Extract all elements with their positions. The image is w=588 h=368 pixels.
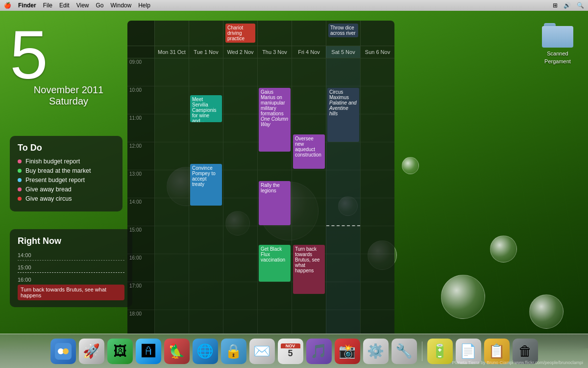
- cal-top-cell-sun: [360, 21, 394, 46]
- dock-image[interactable]: 📸: [335, 339, 360, 364]
- rightnow-widget: Right Now 14:00 15:00 16:00 Turn back to…: [10, 229, 132, 307]
- rightnow-timeline: 14:00 15:00 16:00 Turn back towards Brut…: [18, 252, 124, 300]
- dock-rocket[interactable]: 🚀: [79, 339, 104, 364]
- event-rally[interactable]: Rally the legions: [259, 181, 291, 225]
- day-header-fri: Fri 4 Nov: [292, 46, 326, 58]
- apple-menu[interactable]: 🍎: [4, 2, 11, 9]
- view-menu[interactable]: View: [76, 2, 89, 9]
- todo-title: To Do: [18, 143, 115, 153]
- menubar: 🍎 Finder File Edit View Go Window Help ⊞…: [0, 0, 588, 11]
- event-gaius[interactable]: Gaius Marius on maniupular military form…: [259, 88, 291, 152]
- dock-photos[interactable]: 🖼: [107, 339, 133, 364]
- date-number: 5: [10, 21, 127, 89]
- time-gutter-header: [127, 46, 154, 58]
- todo-dot-red: [18, 197, 22, 201]
- content-area: 5 November 2011 Saturday To Do Finish bu…: [0, 11, 588, 334]
- todo-widget: To Do Finish budget report Buy bread at …: [10, 136, 122, 211]
- event-vaccination[interactable]: Get Black Flux vaccination: [259, 245, 291, 282]
- time-label-1400: 14:00: [18, 252, 124, 258]
- time-slot-1800: 18:00: [127, 310, 154, 334]
- day-header-sun: Sun 6 Nov: [360, 46, 394, 58]
- list-item[interactable]: Present budget report: [18, 177, 115, 184]
- todo-dot-green: [18, 169, 22, 173]
- grid-icon[interactable]: ⊞: [553, 2, 558, 9]
- dock-email[interactable]: ✉️: [249, 339, 275, 364]
- day-header-tue: Tue 1 Nov: [189, 46, 223, 58]
- event-aqueduct[interactable]: Oversee new aqueduct construction: [293, 134, 325, 169]
- current-event[interactable]: Turn back towards Brutus, see what happe…: [18, 285, 124, 300]
- time-slot-1400: 14:00: [127, 198, 154, 226]
- dock-finder[interactable]: 😊: [50, 339, 76, 364]
- day-col-sun: [360, 58, 394, 334]
- dock-globe[interactable]: 🌐: [193, 339, 218, 364]
- event-circus[interactable]: Circus MaximusPalatine and Aventine hill…: [327, 88, 359, 142]
- cal-top-gutter: [127, 21, 154, 46]
- day-col-mon: [154, 58, 189, 334]
- day-header-thu: Thu 3 Nov: [257, 46, 292, 58]
- time-slot-1700: 17:00: [127, 282, 154, 310]
- dock-credit: Planeta Tierra by Bruno Ciampi www.flick…: [452, 360, 583, 365]
- dock-itunes[interactable]: 🎵: [306, 339, 332, 364]
- todo-dot-blue: [18, 178, 22, 182]
- file-menu[interactable]: File: [43, 2, 52, 9]
- go-menu[interactable]: Go: [96, 2, 104, 9]
- todo-item-text: Finish budget report: [25, 158, 80, 165]
- todo-item-text: Present budget report: [25, 177, 85, 184]
- day-col-tue: Meet Servilia Caespionis for wine and...…: [189, 58, 223, 334]
- dock-calendar[interactable]: NOV 5: [278, 339, 303, 364]
- day-header-sat: Sat 5 Nov: [326, 46, 360, 58]
- folder-icon: [542, 23, 573, 49]
- cal-top-cell-wed[interactable]: Chariot driving practice: [223, 21, 257, 46]
- list-item[interactable]: Give away bread: [18, 186, 115, 193]
- cal-top-cell-mon: [154, 21, 189, 46]
- cal-top-cell-sat[interactable]: Throw dice across river: [326, 21, 360, 46]
- day-header-mon: Mon 31 Oct: [154, 46, 189, 58]
- dock-prefs[interactable]: 🔧: [392, 339, 417, 364]
- desktop-icon-folder[interactable]: Scanned Pergament: [542, 23, 573, 64]
- finder-menu[interactable]: Finder: [18, 2, 36, 9]
- folder-body: [542, 26, 573, 48]
- dock-appstore[interactable]: 🅰: [136, 339, 161, 364]
- time-column: 09:00 10:00 11:00 12:00 13:00 14:00 15:0…: [127, 58, 154, 334]
- list-item[interactable]: Buy bread at the market: [18, 167, 115, 174]
- date-day-name: Saturday: [10, 96, 127, 107]
- event-servilia[interactable]: Meet Servilia Caespionis for wine and...: [190, 95, 222, 122]
- time-slot-900: 09:00: [127, 58, 154, 86]
- event-pompey[interactable]: Convince Pompey to accept treaty: [190, 164, 222, 206]
- top-event-dice[interactable]: Throw dice across river: [328, 24, 358, 37]
- day-col-sat: Circus MaximusPalatine and Aventine hill…: [326, 58, 360, 334]
- folder-label-line1: Scanned: [547, 51, 568, 56]
- time-slot-1600: 16:00: [127, 254, 154, 282]
- todo-item-text: Buy bread at the market: [25, 167, 91, 174]
- calendar-body: 09:00 10:00 11:00 12:00 13:00 14:00 15:0…: [127, 58, 394, 334]
- list-item[interactable]: Finish budget report: [18, 158, 115, 165]
- time-slot-1200: 12:00: [127, 142, 154, 170]
- time-slot-1100: 11:00: [127, 114, 154, 142]
- rightnow-title: Right Now: [18, 236, 124, 246]
- todo-dot-pink2: [18, 187, 22, 191]
- time-slot-1000: 10:00: [127, 86, 154, 114]
- help-menu[interactable]: Help: [138, 2, 150, 9]
- folder-label-line2: Pergament: [544, 58, 571, 64]
- list-item[interactable]: Give away circus: [18, 195, 115, 202]
- time-slot-1500: 15:00: [127, 226, 154, 254]
- top-event-chariot[interactable]: Chariot driving practice: [225, 24, 255, 43]
- current-time-divider: [18, 272, 124, 273]
- volume-icon[interactable]: 🔊: [564, 2, 571, 9]
- day-col-fri: Oversee new aqueduct construction Turn b…: [292, 58, 326, 334]
- dock-vpn[interactable]: 🔒: [221, 339, 246, 364]
- dock-battery[interactable]: 🔋: [427, 339, 453, 364]
- time-slot-1300: 13:00: [127, 170, 154, 198]
- event-brutus-fri[interactable]: Turn back towards Brutus, see what happe…: [293, 245, 325, 294]
- todo-item-text: Give away circus: [25, 195, 72, 202]
- time-label-1600: 16:00: [18, 277, 124, 283]
- current-time-indicator: [326, 225, 360, 226]
- edit-menu[interactable]: Edit: [59, 2, 70, 9]
- dock-system[interactable]: ⚙️: [363, 339, 389, 364]
- search-icon[interactable]: 🔍: [577, 2, 584, 9]
- calendar-top-events: Chariot driving practice Throw dice acro…: [127, 21, 394, 46]
- dock-mail-letter[interactable]: 🦜: [164, 339, 190, 364]
- date-widget: 5 November 2011 Saturday: [10, 21, 127, 107]
- window-menu[interactable]: Window: [111, 2, 132, 9]
- menubar-right: ⊞ 🔊 🔍: [553, 2, 584, 9]
